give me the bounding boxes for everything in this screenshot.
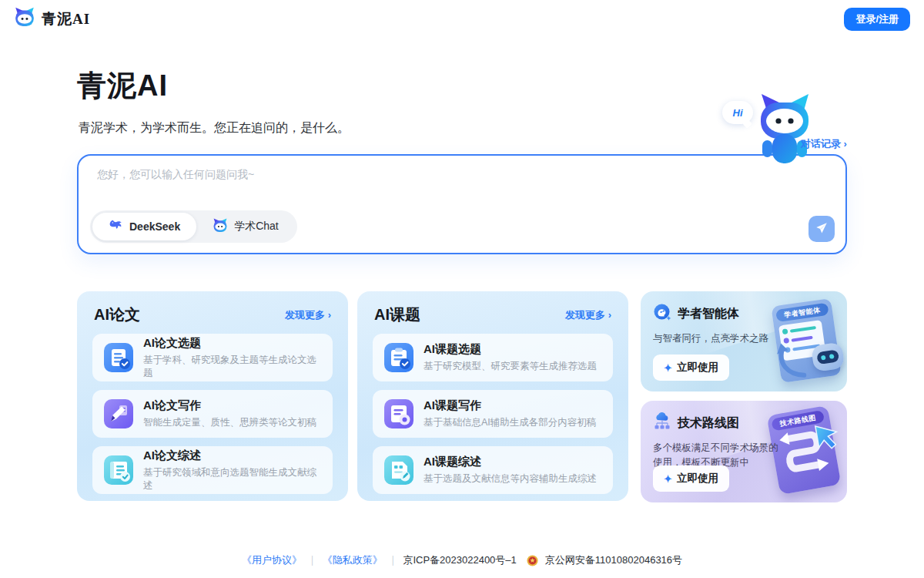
sparkle-icon: ✦: [664, 473, 672, 485]
project-writing-icon: [384, 399, 413, 428]
feature-project-review[interactable]: AI课题综述 基于选题及文献信息等内容辅助生成综述: [373, 446, 613, 494]
feature-desc: 智能生成定量、质性、思辨类等论文初稿: [143, 416, 316, 429]
top-header: 青泥AI 登录/注册: [0, 0, 924, 39]
promo-title: 学者智能体: [678, 306, 739, 322]
feature-title: AI论文综述: [143, 449, 321, 463]
discover-more-link[interactable]: 发现更多 ›: [565, 308, 611, 322]
model-option-deekseek[interactable]: DeekSeek: [92, 213, 196, 240]
roadmap-icon: [653, 412, 671, 434]
model-option-label: 学术Chat: [234, 220, 279, 234]
login-register-button[interactable]: 登录/注册: [844, 8, 910, 31]
brand-name: 青泥AI: [42, 9, 90, 29]
feature-paper-writing[interactable]: AI论文写作 智能生成定量、质性、思辨类等论文初稿: [92, 390, 333, 438]
feature-project-topic[interactable]: AI课题选题 基于研究模型、研究要素等生成推荐选题: [373, 334, 613, 381]
promo-title: 技术路线图: [678, 415, 739, 432]
use-now-button[interactable]: ✦ 立即使用: [653, 355, 729, 381]
feature-desc: 基于研究领域和意向选题智能生成文献综述: [143, 466, 321, 492]
chat-input-panel: DeekSeek 学术Chat: [77, 154, 847, 254]
feature-title: AI课题综述: [424, 455, 597, 469]
promo-scholar-agent[interactable]: 学者智能体 与智者同行，点亮学术之路 ✦ 立即使用 学者智能体: [641, 291, 847, 391]
model-option-academic-chat[interactable]: 学术Chat: [196, 213, 295, 240]
feature-paper-review[interactable]: AI论文综述 基于研究领域和意向选题智能生成文献综述: [92, 446, 333, 494]
paper-writing-icon: [104, 399, 133, 428]
user-agreement-link[interactable]: 《用户协议》: [242, 553, 302, 567]
section-title: AI论文: [94, 304, 140, 325]
feature-paper-topic[interactable]: AI论文选题 基于学科、研究现象及主题等生成论文选题: [92, 334, 333, 381]
discover-more-link[interactable]: 发现更多 ›: [285, 308, 331, 322]
section-ai-project: AI课题 发现更多 › AI课题选题 基于研究模型、研究要素等生成推荐选题: [357, 291, 628, 501]
greeting-bubble: Hi: [722, 101, 753, 124]
send-button[interactable]: [808, 216, 835, 242]
paper-topic-icon: [104, 343, 133, 372]
chat-history-link[interactable]: 对话记录 ›: [801, 137, 847, 151]
footer-divider: ｜: [307, 553, 317, 567]
paper-review-icon: [104, 455, 133, 485]
sparkle-icon: ✦: [664, 362, 672, 374]
brand-logo[interactable]: 青泥AI: [14, 7, 90, 32]
feature-desc: 基于研究模型、研究要素等生成推荐选题: [424, 360, 597, 373]
icp-record-text: 京ICP备2023022400号–1: [403, 553, 516, 567]
model-option-label: DeekSeek: [129, 220, 180, 233]
use-now-label: 立即使用: [677, 361, 718, 375]
feature-title: AI论文选题: [143, 336, 321, 351]
privacy-policy-link[interactable]: 《隐私政策》: [323, 553, 383, 567]
section-title: AI课题: [374, 304, 420, 325]
feature-desc: 基于基础信息AI辅助生成各部分内容初稿: [424, 416, 596, 429]
mascot-cat-robot: [755, 92, 815, 168]
use-now-label: 立即使用: [677, 472, 718, 486]
police-record-text: 京公网安备11010802046316号: [545, 553, 682, 567]
feature-project-writing[interactable]: AI课题写作 基于基础信息AI辅助生成各部分内容初稿: [373, 390, 613, 438]
page: 青泥AI 登录/注册 青泥AI 青泥学术，为学术而生。您正在追问的，是什么。 H…: [0, 0, 924, 578]
footer-divider: ｜: [388, 553, 398, 567]
page-title: 青泥AI: [77, 66, 168, 106]
model-toggle-group: DeekSeek 学术Chat: [90, 210, 297, 243]
feature-title: AI课题写作: [424, 398, 596, 413]
feature-desc: 基于学科、研究现象及主题等生成论文选题: [143, 354, 321, 380]
feature-title: AI论文写作: [143, 398, 316, 413]
chat-input[interactable]: [97, 168, 759, 211]
use-now-button[interactable]: ✦ 立即使用: [653, 465, 729, 492]
feature-title: AI课题选题: [424, 342, 597, 357]
feature-desc: 基于选题及文献信息等内容辅助生成综述: [424, 472, 597, 486]
promo-tech-roadmap[interactable]: 技术路线图 多个模板满足不同学术场景的使用，模板不断更新中 ✦ 立即使用 技术路…: [641, 401, 847, 502]
scholar-agent-icon: [653, 303, 671, 324]
police-badge-icon: [527, 555, 538, 566]
paper-plane-icon: [815, 221, 829, 237]
project-topic-icon: [384, 343, 413, 372]
whale-icon: [109, 218, 123, 235]
section-ai-paper: AI论文 发现更多 › AI论文选题 基于学科、研究现象及主题等生成论文选题: [77, 291, 348, 501]
project-review-icon: [384, 455, 413, 485]
footer: 《用户协议》 ｜ 《隐私政策》 ｜ 京ICP备2023022400号–1 京公网…: [0, 553, 924, 567]
page-subtitle: 青泥学术，为学术而生。您正在追问的，是什么。: [79, 120, 350, 136]
greeting-text: Hi: [733, 107, 743, 119]
promo-subtitle: 与智者同行，点亮学术之路: [653, 331, 785, 346]
cat-logo-icon: [14, 7, 35, 32]
cat-chat-icon: [213, 218, 228, 236]
